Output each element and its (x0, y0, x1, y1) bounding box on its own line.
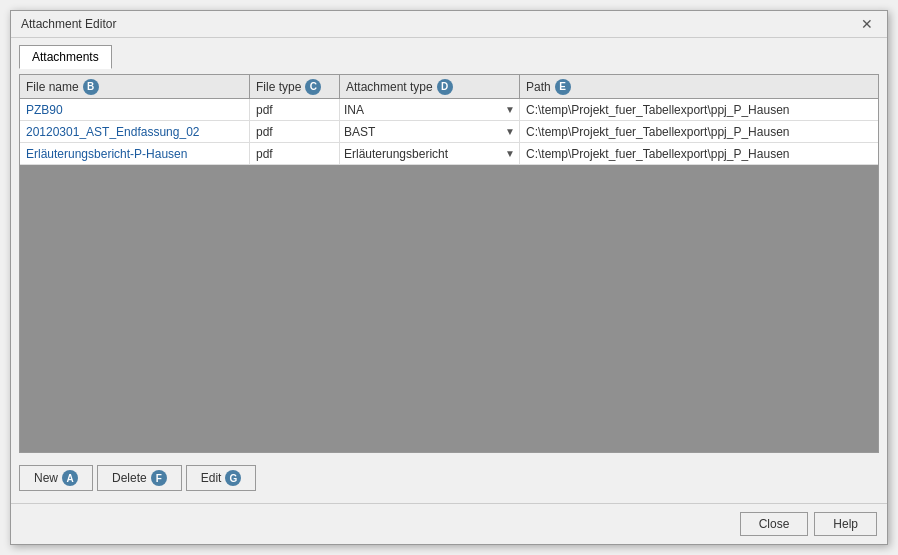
table-row[interactable]: Erläuterungsbericht-P-Hausen pdf Erläute… (20, 143, 878, 165)
col-header-path: Path E (520, 75, 878, 98)
cell-filetype-3: pdf (250, 143, 340, 164)
tab-attachments[interactable]: Attachments (19, 45, 112, 69)
cell-attachmenttype-1[interactable]: INA ▼ (340, 99, 520, 120)
edit-button[interactable]: Edit G (186, 465, 257, 491)
delete-button[interactable]: Delete F (97, 465, 182, 491)
close-button[interactable]: Close (740, 512, 809, 536)
table-body: PZB90 pdf INA ▼ C:\temp\Projekt_fuer_Tab… (20, 99, 878, 452)
badge-f: F (151, 470, 167, 486)
col-header-filename: File name B (20, 75, 250, 98)
new-button[interactable]: New A (19, 465, 93, 491)
cell-filename-2: 20120301_AST_Endfassung_02 (20, 121, 250, 142)
cell-filename-3: Erläuterungsbericht-P-Hausen (20, 143, 250, 164)
cell-attachmenttype-2[interactable]: BAST ▼ (340, 121, 520, 142)
dropdown-arrow-icon: ▼ (505, 104, 515, 115)
action-buttons: New A Delete F Edit G (19, 461, 879, 495)
cell-attachmenttype-3[interactable]: Erläuterungsbericht ▼ (340, 143, 520, 164)
badge-d: D (437, 79, 453, 95)
table-row[interactable]: 20120301_AST_Endfassung_02 pdf BAST ▼ C:… (20, 121, 878, 143)
table-header: File name B File type C Attachment type … (20, 75, 878, 99)
badge-b: B (83, 79, 99, 95)
badge-c: C (305, 79, 321, 95)
col-header-attachmenttype: Attachment type D (340, 75, 520, 98)
badge-a: A (62, 470, 78, 486)
cell-path-2: C:\temp\Projekt_fuer_Tabellexport\ppj_P_… (520, 121, 878, 142)
dialog-title: Attachment Editor (21, 17, 116, 31)
dropdown-arrow-icon: ▼ (505, 126, 515, 137)
window-close-button[interactable]: ✕ (857, 17, 877, 31)
footer: Close Help (11, 503, 887, 544)
tabs-bar: Attachments (11, 38, 887, 68)
main-content: File name B File type C Attachment type … (11, 68, 887, 503)
table-row[interactable]: PZB90 pdf INA ▼ C:\temp\Projekt_fuer_Tab… (20, 99, 878, 121)
cell-path-1: C:\temp\Projekt_fuer_Tabellexport\ppj_P_… (520, 99, 878, 120)
badge-e: E (555, 79, 571, 95)
cell-filename-1: PZB90 (20, 99, 250, 120)
col-header-filetype: File type C (250, 75, 340, 98)
help-button[interactable]: Help (814, 512, 877, 536)
cell-path-3: C:\temp\Projekt_fuer_Tabellexport\ppj_P_… (520, 143, 878, 164)
cell-filetype-1: pdf (250, 99, 340, 120)
attachment-editor-dialog: Attachment Editor ✕ Attachments File nam… (10, 10, 888, 545)
title-bar: Attachment Editor ✕ (11, 11, 887, 38)
badge-g: G (225, 470, 241, 486)
dropdown-arrow-icon: ▼ (505, 148, 515, 159)
attachments-table: File name B File type C Attachment type … (19, 74, 879, 453)
cell-filetype-2: pdf (250, 121, 340, 142)
